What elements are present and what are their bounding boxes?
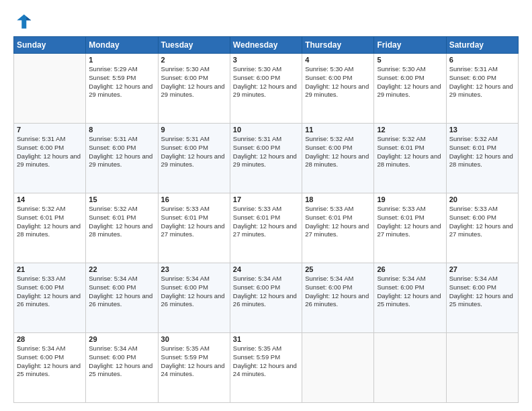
day-number: 30 <box>161 335 227 343</box>
calendar-day-cell: 10Sunrise: 5:31 AM Sunset: 6:00 PM Dayli… <box>230 124 302 193</box>
day-info: Sunrise: 5:33 AM Sunset: 6:01 PM Dayligh… <box>305 205 371 239</box>
calendar-day-cell: 17Sunrise: 5:33 AM Sunset: 6:01 PM Dayli… <box>230 193 302 263</box>
calendar-day-cell: 16Sunrise: 5:33 AM Sunset: 6:01 PM Dayli… <box>158 193 230 263</box>
day-info: Sunrise: 5:34 AM Sunset: 6:00 PM Dayligh… <box>17 345 83 379</box>
day-info: Sunrise: 5:34 AM Sunset: 6:00 PM Dayligh… <box>449 275 515 309</box>
calendar-day-cell: 1Sunrise: 5:29 AM Sunset: 5:59 PM Daylig… <box>86 54 158 124</box>
day-info: Sunrise: 5:33 AM Sunset: 6:00 PM Dayligh… <box>449 205 515 239</box>
calendar-day-cell: 20Sunrise: 5:33 AM Sunset: 6:00 PM Dayli… <box>446 193 518 263</box>
day-number: 24 <box>233 265 299 273</box>
day-number: 19 <box>377 195 443 203</box>
calendar-day-cell: 18Sunrise: 5:33 AM Sunset: 6:01 PM Dayli… <box>302 193 374 263</box>
svg-marker-0 <box>17 15 31 29</box>
day-number: 26 <box>377 265 443 273</box>
calendar-day-cell: 23Sunrise: 5:34 AM Sunset: 6:00 PM Dayli… <box>158 263 230 333</box>
day-info: Sunrise: 5:32 AM Sunset: 6:01 PM Dayligh… <box>449 135 515 169</box>
day-info: Sunrise: 5:32 AM Sunset: 6:01 PM Dayligh… <box>377 135 443 169</box>
day-info: Sunrise: 5:34 AM Sunset: 6:00 PM Dayligh… <box>161 275 227 309</box>
day-number: 16 <box>161 195 227 203</box>
day-number: 27 <box>449 265 515 273</box>
calendar-day-cell: 6Sunrise: 5:31 AM Sunset: 6:00 PM Daylig… <box>446 54 518 124</box>
calendar-day-cell: 14Sunrise: 5:32 AM Sunset: 6:01 PM Dayli… <box>14 193 86 263</box>
calendar-day-cell: 27Sunrise: 5:34 AM Sunset: 6:00 PM Dayli… <box>446 263 518 333</box>
calendar-day-cell: 29Sunrise: 5:34 AM Sunset: 6:00 PM Dayli… <box>86 333 158 403</box>
day-number: 13 <box>449 126 515 134</box>
calendar-day-cell: 2Sunrise: 5:30 AM Sunset: 6:00 PM Daylig… <box>158 54 230 124</box>
day-info: Sunrise: 5:33 AM Sunset: 6:01 PM Dayligh… <box>377 205 443 239</box>
day-info: Sunrise: 5:34 AM Sunset: 6:00 PM Dayligh… <box>233 275 299 309</box>
day-number: 22 <box>89 265 154 273</box>
day-info: Sunrise: 5:34 AM Sunset: 6:00 PM Dayligh… <box>305 275 371 309</box>
day-info: Sunrise: 5:30 AM Sunset: 6:00 PM Dayligh… <box>377 65 443 99</box>
calendar-day-cell <box>302 333 374 403</box>
calendar-table: SundayMondayTuesdayWednesdayThursdayFrid… <box>13 36 519 403</box>
calendar-day-cell: 9Sunrise: 5:31 AM Sunset: 6:00 PM Daylig… <box>158 124 230 193</box>
day-number: 17 <box>233 195 299 203</box>
calendar-week-row: 14Sunrise: 5:32 AM Sunset: 6:01 PM Dayli… <box>14 193 519 263</box>
day-info: Sunrise: 5:31 AM Sunset: 6:00 PM Dayligh… <box>89 135 154 169</box>
calendar-day-cell: 5Sunrise: 5:30 AM Sunset: 6:00 PM Daylig… <box>374 54 446 124</box>
calendar-day-cell: 22Sunrise: 5:34 AM Sunset: 6:00 PM Dayli… <box>86 263 158 333</box>
calendar-week-row: 21Sunrise: 5:33 AM Sunset: 6:00 PM Dayli… <box>14 263 519 333</box>
day-info: Sunrise: 5:31 AM Sunset: 6:00 PM Dayligh… <box>449 65 515 99</box>
day-info: Sunrise: 5:34 AM Sunset: 6:00 PM Dayligh… <box>89 275 154 309</box>
day-number: 21 <box>17 265 83 273</box>
calendar-day-cell: 21Sunrise: 5:33 AM Sunset: 6:00 PM Dayli… <box>14 263 86 333</box>
calendar-day-cell: 4Sunrise: 5:30 AM Sunset: 6:00 PM Daylig… <box>302 54 374 124</box>
day-number: 5 <box>377 56 443 64</box>
calendar-day-cell: 15Sunrise: 5:32 AM Sunset: 6:01 PM Dayli… <box>86 193 158 263</box>
logo-icon <box>13 12 32 31</box>
day-header-wednesday: Wednesday <box>230 37 302 54</box>
day-info: Sunrise: 5:29 AM Sunset: 5:59 PM Dayligh… <box>89 65 154 99</box>
calendar-day-cell: 30Sunrise: 5:35 AM Sunset: 5:59 PM Dayli… <box>158 333 230 403</box>
day-number: 4 <box>305 56 371 64</box>
day-number: 20 <box>449 195 515 203</box>
day-number: 3 <box>233 56 299 64</box>
day-number: 9 <box>161 126 227 134</box>
calendar-day-cell: 12Sunrise: 5:32 AM Sunset: 6:01 PM Dayli… <box>374 124 446 193</box>
day-number: 10 <box>233 126 299 134</box>
day-number: 14 <box>17 195 83 203</box>
day-info: Sunrise: 5:30 AM Sunset: 6:00 PM Dayligh… <box>161 65 227 99</box>
day-info: Sunrise: 5:32 AM Sunset: 6:00 PM Dayligh… <box>305 135 371 169</box>
day-number: 8 <box>89 126 154 134</box>
day-info: Sunrise: 5:34 AM Sunset: 6:00 PM Dayligh… <box>377 275 443 309</box>
day-number: 28 <box>17 335 83 343</box>
day-info: Sunrise: 5:30 AM Sunset: 6:00 PM Dayligh… <box>305 65 371 99</box>
calendar-week-row: 7Sunrise: 5:31 AM Sunset: 6:00 PM Daylig… <box>14 124 519 193</box>
day-info: Sunrise: 5:34 AM Sunset: 6:00 PM Dayligh… <box>89 345 154 379</box>
calendar-day-cell: 25Sunrise: 5:34 AM Sunset: 6:00 PM Dayli… <box>302 263 374 333</box>
calendar-day-cell: 8Sunrise: 5:31 AM Sunset: 6:00 PM Daylig… <box>86 124 158 193</box>
day-header-friday: Friday <box>374 37 446 54</box>
day-info: Sunrise: 5:35 AM Sunset: 5:59 PM Dayligh… <box>161 345 227 379</box>
day-header-tuesday: Tuesday <box>158 37 230 54</box>
day-number: 15 <box>89 195 154 203</box>
day-number: 2 <box>161 56 227 64</box>
day-info: Sunrise: 5:33 AM Sunset: 6:01 PM Dayligh… <box>161 205 227 239</box>
calendar-day-cell: 13Sunrise: 5:32 AM Sunset: 6:01 PM Dayli… <box>446 124 518 193</box>
day-info: Sunrise: 5:31 AM Sunset: 6:00 PM Dayligh… <box>233 135 299 169</box>
calendar-week-row: 28Sunrise: 5:34 AM Sunset: 6:00 PM Dayli… <box>14 333 519 403</box>
day-number: 7 <box>17 126 83 134</box>
logo <box>13 12 35 31</box>
day-info: Sunrise: 5:31 AM Sunset: 6:00 PM Dayligh… <box>161 135 227 169</box>
day-number: 25 <box>305 265 371 273</box>
day-number: 18 <box>305 195 371 203</box>
calendar-day-cell: 7Sunrise: 5:31 AM Sunset: 6:00 PM Daylig… <box>14 124 86 193</box>
day-header-sunday: Sunday <box>14 37 86 54</box>
day-header-thursday: Thursday <box>302 37 374 54</box>
calendar-day-cell <box>446 333 518 403</box>
calendar-week-row: 1Sunrise: 5:29 AM Sunset: 5:59 PM Daylig… <box>14 54 519 124</box>
day-info: Sunrise: 5:32 AM Sunset: 6:01 PM Dayligh… <box>17 205 83 239</box>
calendar-header-row: SundayMondayTuesdayWednesdayThursdayFrid… <box>14 37 519 54</box>
day-info: Sunrise: 5:31 AM Sunset: 6:00 PM Dayligh… <box>17 135 83 169</box>
day-info: Sunrise: 5:33 AM Sunset: 6:00 PM Dayligh… <box>17 275 83 309</box>
day-header-monday: Monday <box>86 37 158 54</box>
day-number: 31 <box>233 335 299 343</box>
day-number: 12 <box>377 126 443 134</box>
calendar-day-cell: 24Sunrise: 5:34 AM Sunset: 6:00 PM Dayli… <box>230 263 302 333</box>
calendar-day-cell <box>374 333 446 403</box>
calendar-day-cell: 3Sunrise: 5:30 AM Sunset: 6:00 PM Daylig… <box>230 54 302 124</box>
day-info: Sunrise: 5:35 AM Sunset: 5:59 PM Dayligh… <box>233 345 299 379</box>
day-header-saturday: Saturday <box>446 37 518 54</box>
